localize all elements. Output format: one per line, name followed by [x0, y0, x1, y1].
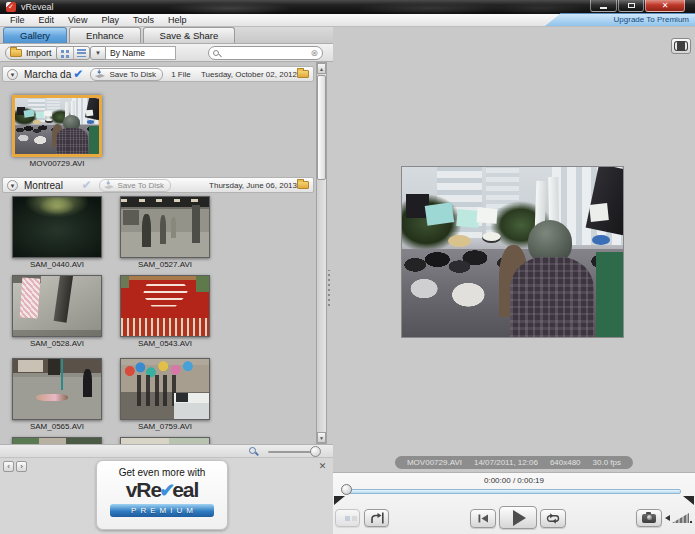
gallery-item-partial[interactable]: [10, 437, 104, 444]
menu-help[interactable]: Help: [161, 14, 194, 27]
info-fps: 30.0 fps: [593, 458, 621, 467]
timeline-track[interactable]: [348, 489, 681, 494]
list-view-button[interactable]: [73, 47, 89, 59]
skip-to-start-button[interactable]: [470, 509, 496, 528]
fullscreen-button[interactable]: [671, 38, 691, 54]
menu-view[interactable]: View: [61, 14, 94, 27]
compare-icon: [345, 516, 350, 521]
thumbnail-filename: SAM_0565.AVI: [10, 422, 104, 431]
tab-save-share[interactable]: Save & Share: [143, 27, 236, 43]
scrollbar-thumb[interactable]: [317, 75, 326, 180]
save-to-disk-button-disabled: Save To Disk: [99, 179, 172, 192]
view-mode-toggle: [56, 46, 90, 60]
art-shape: [87, 120, 94, 123]
art-shape: [56, 128, 88, 154]
thumbnail-selected[interactable]: [12, 95, 102, 157]
thumbnail[interactable]: [12, 437, 102, 444]
gallery-panel: ▼ Marcha da Liberdade ✔ Save To Disk 1 F…: [0, 62, 333, 534]
group-header-montreal: ▼ Montreal ✔ Save To Disk Thursday, June…: [2, 177, 314, 193]
art-shape: [18, 360, 43, 372]
gallery-item-sam0440[interactable]: SAM_0440.AVI: [10, 196, 104, 269]
minimize-button[interactable]: [590, 0, 617, 12]
thumbnail[interactable]: [120, 437, 210, 444]
gallery-item-sam0759[interactable]: SAM_0759.AVI: [118, 358, 212, 431]
close-icon: ✕: [662, 1, 669, 11]
gallery-item-sam0527[interactable]: SAM_0527.AVI: [118, 196, 212, 269]
tab-enhance[interactable]: Enhance: [69, 27, 141, 43]
scroll-up-arrow[interactable]: ▲: [317, 63, 326, 74]
open-folder-icon[interactable]: [297, 181, 309, 189]
menu-tools[interactable]: Tools: [126, 14, 161, 27]
scroll-down-arrow[interactable]: ▼: [317, 432, 326, 443]
snapshot-button[interactable]: [636, 509, 662, 527]
promo-close-icon[interactable]: ✕: [317, 461, 328, 472]
time-display: 0:00:00 / 0:00:19: [333, 476, 695, 485]
gallery-item-sam0565[interactable]: SAM_0565.AVI: [10, 358, 104, 431]
menu-edit[interactable]: Edit: [32, 14, 62, 27]
thumbnail-filename: SAM_0759.AVI: [118, 422, 212, 431]
save-to-disk-label: Save To Disk: [118, 181, 165, 190]
gallery-toolbar: Import ▼ By Name ⊗: [0, 44, 333, 62]
save-to-disk-button[interactable]: Save To Disk: [90, 68, 163, 81]
promo-next-button[interactable]: ›: [16, 461, 27, 472]
maximize-icon: [628, 3, 635, 8]
search-input[interactable]: [219, 48, 310, 58]
art-shape: [45, 119, 53, 123]
art-shape: [596, 252, 623, 337]
play-through-button[interactable]: [364, 509, 389, 527]
gallery-item-sam0543[interactable]: SAM_0543.AVI: [118, 275, 212, 348]
video-preview[interactable]: [402, 167, 623, 337]
thumbnail[interactable]: [12, 196, 102, 258]
info-resolution: 640x480: [550, 458, 581, 467]
upgrade-to-premium-link[interactable]: Upgrade To Premium: [545, 13, 695, 26]
list-icon: [77, 49, 86, 57]
sort-by-field[interactable]: By Name: [106, 46, 176, 60]
tab-gallery[interactable]: Gallery: [3, 27, 67, 43]
grid-view-button[interactable]: [57, 47, 73, 59]
gallery-item-partial[interactable]: [118, 437, 212, 444]
promo-area: ‹ › ✕ Get even more with vRe✔eal PREMIUM: [0, 458, 333, 534]
maximize-button[interactable]: [618, 0, 644, 12]
art-shape: [121, 199, 209, 202]
open-folder-icon[interactable]: [297, 70, 309, 78]
trim-end-marker[interactable]: [683, 496, 694, 505]
clear-search-icon[interactable]: ⊗: [310, 49, 318, 58]
group-check-icon[interactable]: ✔: [73, 68, 83, 80]
gallery-scrollbar[interactable]: ▲ ▼: [316, 62, 327, 444]
volume-control[interactable]: [665, 513, 692, 523]
collapse-group-button[interactable]: ▼: [7, 69, 18, 80]
art-shape: [176, 393, 188, 403]
panel-splitter-handle[interactable]: [328, 270, 330, 306]
thumbnail-zoom-handle[interactable]: [310, 446, 321, 457]
menu-play[interactable]: Play: [94, 14, 126, 27]
thumbnail[interactable]: [120, 358, 210, 420]
art-shape: [196, 276, 209, 292]
group-check-icon-disabled[interactable]: ✔: [81, 179, 91, 191]
art-shape: [61, 359, 64, 390]
collapse-group-button[interactable]: ▼: [7, 180, 18, 191]
thumbnail-filename: SAM_0543.AVI: [118, 339, 212, 348]
skip-to-start-icon: [478, 514, 489, 523]
trim-start-marker[interactable]: [334, 496, 345, 505]
thumbnail[interactable]: [12, 358, 102, 420]
art-shape: [54, 276, 74, 323]
play-button[interactable]: [499, 506, 537, 529]
sort-dropdown-button[interactable]: ▼: [90, 46, 106, 60]
volume-slider[interactable]: [672, 513, 689, 523]
info-datetime: 14/07/2011, 12:06: [474, 458, 538, 467]
import-button[interactable]: Import: [5, 46, 62, 60]
art-shape: [510, 257, 594, 337]
thumbnail[interactable]: [12, 275, 102, 337]
promo-prev-button[interactable]: ‹: [3, 461, 14, 472]
gallery-item-mov00729[interactable]: MOV00729.AVI: [10, 95, 104, 168]
loop-button[interactable]: [540, 509, 566, 528]
thumbnail[interactable]: [120, 196, 210, 258]
menu-file[interactable]: File: [3, 14, 32, 27]
app-logo-icon: ✓: [6, 2, 16, 12]
gallery-list: ▼ Marcha da Liberdade ✔ Save To Disk 1 F…: [0, 62, 316, 444]
gallery-item-sam0528[interactable]: SAM_0528.AVI: [10, 275, 104, 348]
timeline-handle[interactable]: [341, 484, 352, 495]
close-button[interactable]: ✕: [645, 0, 685, 12]
premium-ad-card[interactable]: Get even more with vRe✔eal PREMIUM: [96, 460, 228, 530]
thumbnail[interactable]: [120, 275, 210, 337]
